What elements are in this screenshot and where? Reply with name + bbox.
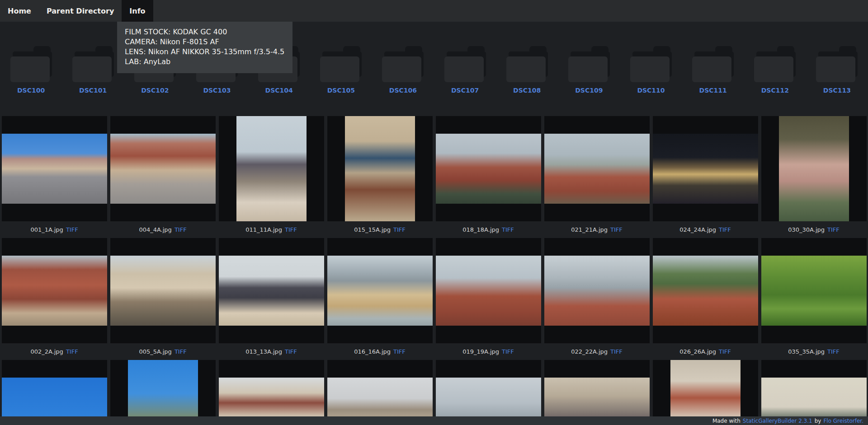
folder-icon[interactable]	[630, 46, 672, 82]
folder-item[interactable]: DSC107	[434, 22, 496, 116]
tiff-link[interactable]: TIFF	[827, 226, 840, 233]
photo-tile[interactable]	[110, 360, 216, 425]
tiff-link[interactable]: TIFF	[66, 348, 78, 355]
folder-label[interactable]: DSC106	[389, 87, 417, 94]
footer-builder-link[interactable]: StaticGalleryBuilder 2.3.1	[743, 418, 812, 424]
folder-label[interactable]: DSC102	[141, 87, 169, 94]
tiff-link[interactable]: TIFF	[285, 348, 297, 355]
folder-label[interactable]: DSC108	[513, 87, 541, 94]
photo-tile[interactable]	[219, 116, 324, 221]
tiff-link[interactable]: TIFF	[502, 348, 514, 355]
folder-item[interactable]: DSC101	[62, 22, 124, 116]
folder-icon[interactable]	[816, 46, 858, 82]
folder-label[interactable]: DSC104	[265, 87, 293, 94]
tiff-link[interactable]: TIFF	[393, 348, 406, 355]
folder-item[interactable]: DSC106	[372, 22, 434, 116]
folder-label[interactable]: DSC107	[451, 87, 479, 94]
photo-thumbnail[interactable]	[761, 256, 867, 326]
folder-label[interactable]: DSC112	[761, 87, 789, 94]
folder-item[interactable]: DSC112	[744, 22, 806, 116]
photo-tile[interactable]	[2, 116, 107, 221]
nav-item-info[interactable]: Info	[122, 0, 153, 22]
photo-thumbnail[interactable]	[219, 256, 324, 326]
tiff-link[interactable]: TIFF	[175, 348, 187, 355]
photo-tile[interactable]	[436, 360, 541, 425]
tiff-link[interactable]: TIFF	[719, 348, 731, 355]
folder-icon[interactable]	[692, 46, 734, 82]
tiff-link[interactable]: TIFF	[719, 226, 731, 233]
folder-icon[interactable]	[444, 46, 486, 82]
folder-label[interactable]: DSC101	[79, 87, 107, 94]
photo-tile[interactable]	[653, 116, 758, 221]
folder-label[interactable]: DSC113	[823, 87, 851, 94]
photo-tile[interactable]	[761, 238, 867, 343]
folder-label[interactable]: DSC103	[203, 87, 231, 94]
tiff-link[interactable]: TIFF	[827, 348, 840, 355]
nav-item-home[interactable]: Home	[0, 0, 39, 22]
folder-icon[interactable]	[382, 46, 424, 82]
photo-thumbnail[interactable]	[544, 256, 650, 326]
photo-tile[interactable]	[544, 116, 650, 221]
photo-tile[interactable]	[110, 116, 216, 221]
tiff-link[interactable]: TIFF	[393, 226, 406, 233]
photo-tile[interactable]	[653, 360, 758, 425]
photo-tile[interactable]	[761, 360, 867, 425]
folder-icon[interactable]	[320, 46, 362, 82]
photo-tile[interactable]	[544, 238, 650, 343]
tiff-link[interactable]: TIFF	[66, 226, 78, 233]
photo-tile[interactable]	[436, 238, 541, 343]
folder-icon[interactable]	[10, 46, 52, 82]
folder-icon[interactable]	[72, 46, 114, 82]
photo-tile[interactable]	[327, 116, 433, 221]
photo-thumbnail[interactable]	[670, 360, 741, 425]
photo-thumbnail[interactable]	[236, 116, 307, 221]
folder-icon[interactable]	[568, 46, 610, 82]
photo-thumbnail[interactable]	[436, 134, 541, 204]
photo-thumbnail[interactable]	[653, 134, 758, 204]
folder-item[interactable]: DSC111	[682, 22, 744, 116]
photo-tile[interactable]	[219, 360, 324, 425]
tiff-link[interactable]: TIFF	[610, 348, 623, 355]
photo-thumbnail[interactable]	[779, 116, 849, 221]
photo-tile[interactable]	[436, 116, 541, 221]
folder-icon[interactable]	[754, 46, 796, 82]
folder-label[interactable]: DSC105	[327, 87, 355, 94]
photo-tile[interactable]	[327, 360, 433, 425]
tiff-link[interactable]: TIFF	[285, 226, 297, 233]
photo-thumbnail[interactable]	[345, 116, 415, 221]
photo-tile[interactable]	[327, 238, 433, 343]
photo-tile[interactable]	[2, 238, 107, 343]
folder-item[interactable]: DSC108	[496, 22, 558, 116]
folder-label[interactable]: DSC110	[637, 87, 665, 94]
folder-item[interactable]: DSC100	[0, 22, 62, 116]
folder-icon[interactable]	[506, 46, 548, 82]
nav-item-parent-directory[interactable]: Parent Directory	[39, 0, 122, 22]
footer-author-link[interactable]: Flo Greistorfer.	[823, 418, 863, 424]
tiff-link[interactable]: TIFF	[610, 226, 623, 233]
tiff-link[interactable]: TIFF	[502, 226, 514, 233]
photo-tile[interactable]	[110, 238, 216, 343]
photo-tile[interactable]	[219, 238, 324, 343]
photo-thumbnail[interactable]	[128, 360, 198, 425]
photo-thumbnail[interactable]	[544, 134, 650, 204]
photo-thumbnail[interactable]	[110, 134, 216, 204]
folder-item[interactable]: DSC105	[310, 22, 372, 116]
tiff-link[interactable]: TIFF	[175, 226, 187, 233]
photo-thumbnail[interactable]	[436, 256, 541, 326]
photo-thumbnail[interactable]	[327, 256, 433, 326]
photo-tile[interactable]	[544, 360, 650, 425]
photo-thumbnail[interactable]	[2, 256, 107, 326]
folder-label[interactable]: DSC100	[17, 87, 45, 94]
gallery-cell	[760, 360, 868, 425]
photo-tile[interactable]	[761, 116, 867, 221]
folder-item[interactable]: DSC109	[558, 22, 620, 116]
folder-item[interactable]: DSC113	[806, 22, 868, 116]
photo-tile[interactable]	[653, 238, 758, 343]
folder-item[interactable]: DSC110	[620, 22, 682, 116]
photo-thumbnail[interactable]	[110, 256, 216, 326]
photo-thumbnail[interactable]	[653, 256, 758, 326]
photo-thumbnail[interactable]	[2, 134, 107, 204]
photo-tile[interactable]	[2, 360, 107, 425]
folder-label[interactable]: DSC111	[699, 87, 727, 94]
folder-label[interactable]: DSC109	[575, 87, 603, 94]
